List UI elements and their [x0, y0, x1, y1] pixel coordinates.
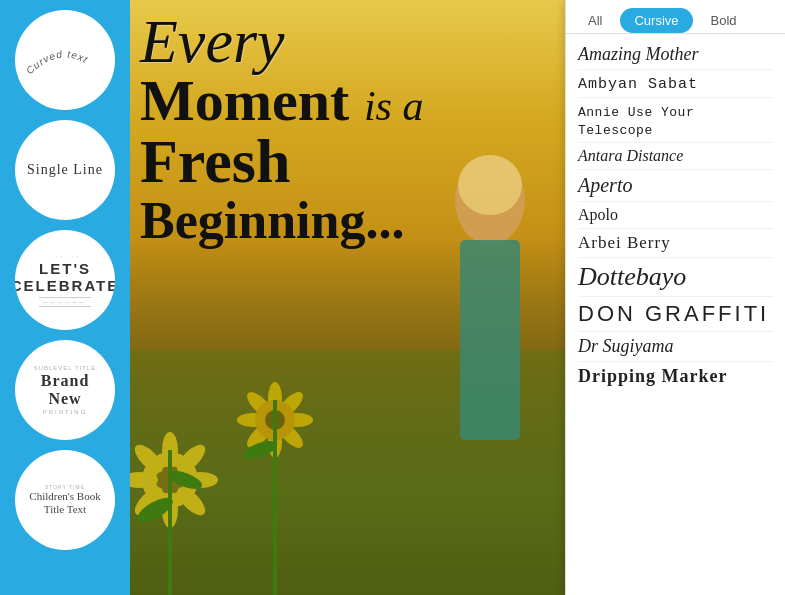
tab-cursive[interactable]: Cursive	[620, 8, 692, 33]
font-label-don-graffiti: DON GRAFFITI	[578, 301, 769, 326]
text-line-moment-row: Moment is a	[140, 72, 423, 130]
text-line-every: Every	[140, 10, 423, 72]
brand-new-bottom-label: PRINTING	[43, 409, 88, 415]
font-label-antara: Antara Distance	[578, 147, 683, 164]
font-item-apolo[interactable]: Apolo	[578, 202, 773, 229]
font-label-annie: Annie Use Your Telescope	[578, 105, 694, 138]
childrens-main-label: Children's BookTitle Text	[29, 490, 100, 516]
sidebar-item-brand-new[interactable]: SUBLEVEL TITLE Brand New PRINTING	[15, 340, 115, 440]
font-item-annie[interactable]: Annie Use Your Telescope	[578, 98, 773, 143]
font-label-dripping: Dripping Marker	[578, 366, 728, 386]
brand-new-top-label: SUBLEVEL TITLE	[34, 365, 97, 371]
font-item-dr-sugiyama[interactable]: Dr Sugiyama	[578, 332, 773, 362]
font-item-dottebayo[interactable]: Dottebayo	[578, 258, 773, 297]
svg-text:Curved text: Curved text	[24, 48, 90, 76]
font-item-amazing-mother[interactable]: Amazing Mother	[578, 40, 773, 70]
font-item-dripping[interactable]: Dripping Marker	[578, 362, 773, 391]
font-label-dottebayo: Dottebayo	[578, 262, 686, 291]
font-panel: All Cursive Bold Amazing Mother Ambyan S…	[565, 0, 785, 595]
sidebar-item-curved-text[interactable]: Curved text	[15, 10, 115, 110]
font-label-arbei: Arbei Berry	[578, 233, 671, 252]
tab-all[interactable]: All	[574, 8, 616, 33]
sidebar-item-lets-celebrate[interactable]: · · · · · · LET'SCELEBRATE ──────	[15, 230, 115, 330]
sidebar-item-childrens-book[interactable]: STORY TIME Children's BookTitle Text	[15, 450, 115, 550]
tab-bold[interactable]: Bold	[697, 8, 751, 33]
canvas-text-overlay[interactable]: Every Moment is a Fresh Beginning...	[140, 10, 423, 249]
sidebar: Curved text Single Line · · · · · · LET'…	[0, 0, 130, 595]
text-isa: is a	[353, 82, 423, 130]
text-line-beginning: Beginning...	[140, 192, 423, 249]
single-line-label: Single Line	[27, 162, 103, 178]
font-tabs: All Cursive Bold	[566, 0, 785, 34]
text-line-fresh: Fresh	[140, 130, 423, 192]
font-label-ambyan-sabat: Ambyan Sabat	[578, 76, 698, 93]
font-label-aperto: Aperto	[578, 174, 632, 196]
celebrate-main-label: LET'SCELEBRATE	[15, 261, 115, 294]
font-item-don-graffiti[interactable]: DON GRAFFITI	[578, 297, 773, 332]
text-moment: Moment	[140, 72, 349, 130]
font-item-antara[interactable]: Antara Distance	[578, 143, 773, 170]
brand-new-main-label: Brand New	[23, 372, 107, 408]
font-label-amazing-mother: Amazing Mother	[578, 44, 699, 64]
font-list: Amazing Mother Ambyan Sabat Annie Use Yo…	[566, 34, 785, 595]
font-item-arbei[interactable]: Arbei Berry	[578, 229, 773, 258]
font-item-aperto[interactable]: Aperto	[578, 170, 773, 202]
curved-text-preview: Curved text	[20, 35, 110, 85]
font-label-apolo: Apolo	[578, 206, 618, 223]
font-label-dr-sugiyama: Dr Sugiyama	[578, 336, 674, 356]
celebrate-bottom-label: ──────	[39, 297, 91, 307]
font-item-ambyan-sabat[interactable]: Ambyan Sabat	[578, 70, 773, 98]
sidebar-item-single-line[interactable]: Single Line	[15, 120, 115, 220]
celebrate-top-label: · · · · · ·	[50, 253, 79, 259]
